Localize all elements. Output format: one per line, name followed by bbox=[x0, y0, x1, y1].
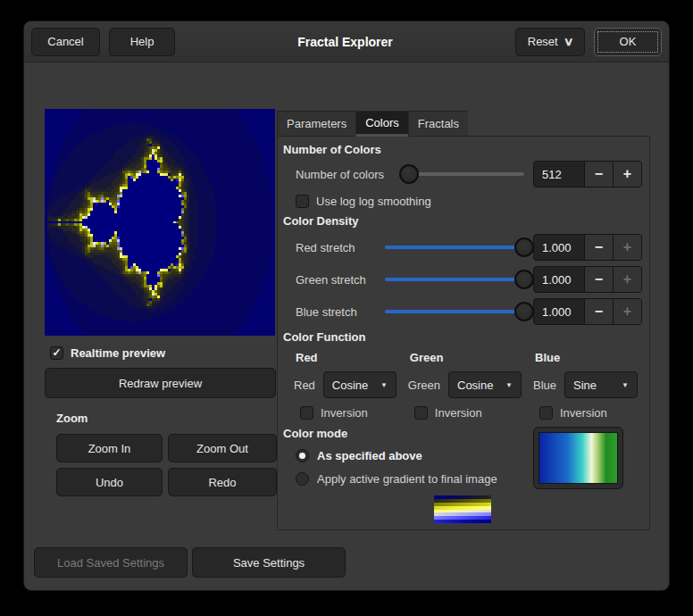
green-function-dropdown[interactable]: Cosine ▼ bbox=[448, 371, 522, 398]
apply-gradient-radio-row[interactable]: Apply active gradient to final image bbox=[296, 467, 533, 490]
cancel-button-label: Cancel bbox=[47, 35, 83, 48]
load-saved-settings-button[interactable]: Load Saved Settings bbox=[34, 547, 188, 578]
zoom-in-button[interactable]: Zoom In bbox=[56, 434, 163, 462]
realtime-preview-checkbox[interactable]: ✓ bbox=[50, 346, 63, 360]
colormap-preview-canvas bbox=[434, 495, 491, 523]
red-function-dropdown[interactable]: Cosine ▼ bbox=[323, 371, 397, 398]
green-stretch-slider[interactable] bbox=[385, 270, 524, 289]
minus-button[interactable]: − bbox=[584, 299, 613, 324]
green-stretch-value[interactable]: 1.000 bbox=[534, 267, 584, 292]
green-stretch-row: Green stretch 1.000 − + bbox=[296, 263, 642, 296]
zoom-out-button[interactable]: Zoom Out bbox=[168, 434, 277, 462]
zoom-buttons: Zoom In Zoom Out Undo Redo bbox=[56, 434, 276, 495]
triangle-down-icon: ▼ bbox=[622, 381, 629, 389]
slider-fill bbox=[385, 278, 524, 281]
plus-button[interactable]: + bbox=[613, 162, 641, 187]
log-smoothing-checkbox[interactable]: ✓ bbox=[296, 195, 309, 208]
blue-function-column: Blue Blue Sine ▼ ✓ Inversion bbox=[533, 347, 638, 424]
blue-inversion-label: Inversion bbox=[560, 406, 607, 420]
blue-stretch-spinbutton: 1.000 − + bbox=[533, 298, 642, 325]
green-inversion-row[interactable]: ✓ Inversion bbox=[414, 401, 522, 424]
tab-fractals-label: Fractals bbox=[418, 117, 459, 130]
number-of-colors-value[interactable]: 512 bbox=[534, 162, 584, 187]
red-stretch-slider[interactable] bbox=[385, 237, 524, 257]
dialog-title: Fractal Explorer bbox=[184, 35, 506, 49]
green-stretch-label: Green stretch bbox=[296, 273, 381, 287]
green-function-label: Green bbox=[408, 379, 440, 392]
help-button[interactable]: Help bbox=[109, 28, 175, 56]
red-stretch-value[interactable]: 1.000 bbox=[534, 235, 584, 260]
blue-stretch-row: Blue stretch 1.000 − + bbox=[296, 296, 642, 328]
slider-knob[interactable] bbox=[514, 302, 534, 321]
help-button-label: Help bbox=[130, 35, 154, 48]
as-specified-radio[interactable] bbox=[296, 449, 309, 462]
zoom-in-label: Zoom In bbox=[88, 442, 131, 455]
redo-button[interactable]: Redo bbox=[168, 468, 277, 496]
apply-gradient-radio[interactable] bbox=[296, 472, 309, 486]
zoom-out-label: Zoom Out bbox=[196, 442, 248, 455]
slider-knob[interactable] bbox=[514, 270, 534, 289]
plus-button[interactable]: + bbox=[613, 299, 641, 324]
green-stretch-spinbutton: 1.000 − + bbox=[533, 266, 642, 293]
action-buttons: Load Saved Settings Save Settings bbox=[34, 547, 346, 578]
number-of-colors-slider[interactable] bbox=[399, 164, 524, 184]
tab-bar: Parameters Colors Fractals bbox=[277, 111, 650, 137]
green-function-column: Green Green Cosine ▼ ✓ Inversion bbox=[408, 347, 522, 424]
color-mode-section: Color mode As specified above Apply acti… bbox=[283, 424, 642, 490]
minus-button[interactable]: − bbox=[584, 235, 613, 260]
green-function-value: Cosine bbox=[457, 379, 493, 392]
blue-stretch-label: Blue stretch bbox=[296, 305, 381, 319]
realtime-preview-label: Realtime preview bbox=[71, 346, 165, 360]
colors-tab-page: Number of Colors Number of colors 512 − … bbox=[277, 137, 650, 530]
load-saved-settings-label: Load Saved Settings bbox=[57, 556, 164, 570]
apply-gradient-label: Apply active gradient to final image bbox=[317, 472, 497, 486]
minus-button[interactable]: − bbox=[584, 162, 613, 187]
number-of-colors-row: Number of colors 512 − + bbox=[296, 160, 642, 188]
color-mode-heading: Color mode bbox=[283, 424, 533, 444]
save-settings-label: Save Settings bbox=[233, 556, 305, 570]
tab-bar-spacer bbox=[468, 111, 650, 137]
blue-function-label: Blue bbox=[533, 379, 556, 392]
blue-inversion-checkbox[interactable]: ✓ bbox=[539, 406, 553, 420]
ok-button-label: OK bbox=[620, 35, 637, 48]
undo-button[interactable]: Undo bbox=[56, 468, 163, 496]
blue-function-dropdown[interactable]: Sine ▼ bbox=[564, 371, 638, 398]
plus-button[interactable]: + bbox=[613, 235, 641, 260]
fractal-explorer-dialog: Cancel Help Fractal Explorer Reset ∨ OK … bbox=[23, 21, 670, 591]
red-inversion-checkbox[interactable]: ✓ bbox=[300, 406, 313, 420]
slider-fill bbox=[385, 246, 524, 249]
ok-button[interactable]: OK bbox=[594, 28, 662, 56]
cancel-button[interactable]: Cancel bbox=[31, 28, 100, 56]
chevron-down-icon: ∨ bbox=[564, 36, 574, 47]
red-function-column: Red Red Cosine ▼ ✓ Inversion bbox=[294, 347, 397, 424]
triangle-down-icon: ▼ bbox=[380, 381, 388, 389]
minus-button[interactable]: − bbox=[584, 267, 613, 292]
log-smoothing-row[interactable]: ✓ Use log log smoothing bbox=[296, 190, 642, 212]
blue-stretch-value[interactable]: 1.000 bbox=[534, 299, 584, 324]
color-function-heading: Color Function bbox=[283, 328, 642, 347]
redo-label: Redo bbox=[208, 476, 236, 489]
blue-inversion-row[interactable]: ✓ Inversion bbox=[539, 401, 638, 424]
slider-knob[interactable] bbox=[514, 237, 534, 257]
number-of-colors-spinbutton: 512 − + bbox=[533, 161, 642, 187]
tab-fractals[interactable]: Fractals bbox=[408, 111, 468, 137]
tab-colors[interactable]: Colors bbox=[355, 111, 408, 137]
red-function-value: Cosine bbox=[332, 379, 368, 392]
as-specified-radio-row[interactable]: As specified above bbox=[296, 444, 533, 467]
plus-button[interactable]: + bbox=[613, 267, 641, 292]
red-inversion-row[interactable]: ✓ Inversion bbox=[300, 401, 397, 424]
tab-parameters[interactable]: Parameters bbox=[277, 111, 355, 137]
preview-panel: ✓ Realtime preview Redraw preview Zoom Z… bbox=[45, 109, 276, 495]
gradient-select-button[interactable] bbox=[533, 427, 623, 489]
slider-knob[interactable] bbox=[399, 164, 419, 184]
settings-notebook: Parameters Colors Fractals Number of Col… bbox=[277, 111, 650, 530]
fractal-preview-canvas[interactable] bbox=[45, 109, 275, 336]
red-function-label: Red bbox=[294, 379, 315, 392]
green-inversion-checkbox[interactable]: ✓ bbox=[414, 406, 428, 420]
save-settings-button[interactable]: Save Settings bbox=[192, 547, 346, 578]
gradient-preview bbox=[539, 432, 618, 484]
reset-button[interactable]: Reset ∨ bbox=[515, 28, 585, 56]
realtime-preview-checkbox-row[interactable]: ✓ Realtime preview bbox=[50, 345, 276, 360]
redraw-preview-button[interactable]: Redraw preview bbox=[45, 368, 276, 398]
blue-stretch-slider[interactable] bbox=[385, 302, 524, 321]
